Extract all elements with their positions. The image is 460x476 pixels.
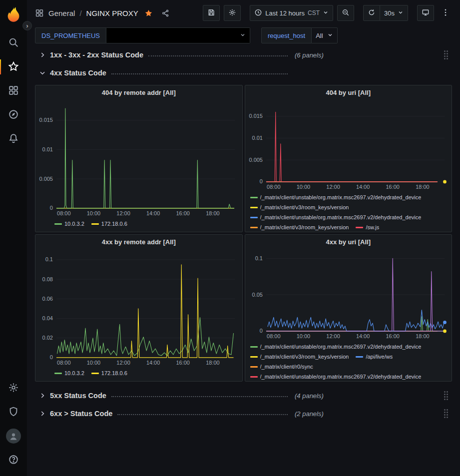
tv-mode-button[interactable] (417, 5, 434, 21)
sidebar-expand-button[interactable]: › (22, 21, 32, 30)
legend-swatch (250, 356, 258, 358)
legend-item[interactable]: 172.18.0.6 (91, 369, 127, 378)
row-drag-handle[interactable] (444, 409, 448, 418)
chevron-down-icon (323, 9, 329, 17)
legend-item[interactable]: /_matrix/client/v3/room_keys/version (250, 203, 349, 212)
page-title: NGINX PROXY (86, 9, 138, 17)
refresh-interval-label: 30s (384, 9, 395, 17)
legend-item[interactable]: /_matrix/client/v3/room_keys/version (250, 352, 349, 362)
panel-title[interactable]: 404 by remote addr [All] (35, 85, 242, 100)
svg-text:0.1: 0.1 (45, 256, 53, 262)
datasource-value-dropdown[interactable] (106, 27, 250, 43)
sidebar-item-profile[interactable] (0, 424, 27, 448)
row-dotted-leader (111, 396, 288, 397)
row-header-4xx[interactable]: 4xx Status Code (35, 66, 452, 80)
row-drag-handle[interactable] (444, 50, 448, 59)
sidebar (0, 0, 27, 476)
legend-swatch (356, 227, 363, 228)
avatar (6, 429, 21, 444)
sidebar-item-help[interactable] (0, 448, 27, 472)
svg-text:14:00: 14:00 (356, 333, 369, 339)
legend-label: /_matrix/client/unstable/org.matrix.msc2… (260, 213, 422, 222)
timezone-label: CST (308, 9, 320, 16)
time-range-picker[interactable]: Last 12 hours CST (250, 5, 333, 21)
save-dashboard-button[interactable] (203, 5, 220, 21)
timeseries-chart[interactable]: 00.050.108:0010:0012:0014:0016:0018:00 (245, 250, 452, 341)
refresh-interval-dropdown[interactable]: 30s (380, 5, 408, 21)
timeseries-chart[interactable]: 00.0050.010.01508:0010:0012:0014:0016:00… (35, 100, 242, 218)
sidebar-item-search[interactable] (0, 31, 27, 55)
legend-swatch (250, 346, 258, 348)
dashboards-grid-icon (8, 85, 19, 97)
legend-swatch (250, 217, 258, 218)
legend-label: /_matrix/client/unstable/org.matrix.msc2… (260, 342, 422, 352)
sidebar-item-starred[interactable] (0, 55, 27, 79)
star-icon (8, 61, 19, 73)
row-drag-handle[interactable] (444, 391, 448, 400)
svg-text:08:00: 08:00 (57, 210, 70, 216)
svg-text:18:00: 18:00 (206, 360, 219, 366)
legend-item[interactable]: /_matrix/client/v3/room_keys/version (250, 223, 349, 232)
row-dotted-leader (148, 55, 288, 56)
chevron-right-icon (39, 392, 48, 399)
sidebar-item-settings[interactable] (0, 376, 27, 400)
bell-icon (8, 133, 19, 145)
panel-grid: 404 by remote addr [All] 00.0050.010.015… (35, 85, 452, 382)
legend-label: /_matrix/client/v3/room_keys/version (260, 223, 349, 232)
share-button[interactable] (159, 6, 172, 19)
more-options-button[interactable] (439, 5, 452, 21)
legend-swatch (250, 227, 258, 228)
row-title: 5xx Status Code (50, 392, 106, 400)
row-header-1xx[interactable]: 1xx - 3xx - 2xx Status Code (6 panels) (35, 48, 452, 62)
sidebar-item-explore[interactable] (0, 103, 27, 127)
refresh-button[interactable] (363, 5, 380, 21)
chevron-right-icon (39, 51, 48, 58)
sidebar-item-alerting[interactable] (0, 127, 27, 151)
legend-item[interactable]: /_matrix/client/unstable/org.matrix.msc2… (250, 193, 422, 202)
legend-item[interactable]: /_matrix/client/unstable/org.matrix.msc2… (250, 213, 422, 222)
chevron-down-icon (327, 32, 333, 39)
grafana-logo[interactable] (4, 5, 23, 24)
variable-request-host: request_host All (261, 27, 338, 43)
legend-item[interactable]: /api/live/ws (356, 352, 393, 362)
dashboard-grid-icon (35, 8, 44, 17)
row-header-5xx[interactable]: 5xx Status Code (4 panels) (35, 389, 452, 403)
refresh-icon (368, 8, 376, 18)
legend-item[interactable]: /_matrix/client/unstable/org.matrix.msc2… (250, 342, 422, 352)
favorite-star-button[interactable] (142, 6, 155, 19)
breadcrumb-separator: / (79, 9, 81, 17)
legend-item[interactable]: /_matrix/client/unstable/org.matrix.msc2… (250, 372, 422, 381)
chevron-down-icon (398, 9, 404, 17)
panel-title[interactable]: 404 by uri [All] (245, 85, 452, 100)
sidebar-item-dashboards[interactable] (0, 79, 27, 103)
panel-title[interactable]: 4xx by uri [All] (245, 235, 452, 250)
legend-swatch (91, 373, 99, 374)
panel-title[interactable]: 4xx by remote addr [All] (35, 235, 242, 250)
svg-text:12:00: 12:00 (116, 210, 130, 216)
dashboard-settings-button[interactable] (224, 5, 241, 21)
svg-text:0: 0 (50, 205, 53, 211)
legend-item[interactable]: 10.0.3.2 (54, 369, 84, 378)
timeseries-chart[interactable]: 00.0050.010.01508:0010:0012:0014:0016:00… (245, 100, 452, 192)
time-range-label: Last 12 hours (265, 9, 305, 17)
legend-swatch (54, 223, 62, 225)
legend-item[interactable]: 10.0.3.2 (54, 219, 84, 229)
legend-swatch (250, 366, 258, 368)
chart-legend: 10.0.3.2172.18.0.6 (35, 218, 242, 232)
sidebar-item-server-admin[interactable] (0, 400, 27, 424)
search-icon (8, 37, 19, 49)
svg-text:0.005: 0.005 (39, 176, 53, 182)
row-header-6xx[interactable]: 6xx > Status Code (2 panels) (35, 407, 452, 421)
gear-icon (228, 8, 236, 18)
breadcrumb-folder[interactable]: General (48, 9, 75, 17)
svg-text:08:00: 08:00 (57, 360, 70, 366)
panel-4xx-by-uri: 4xx by uri [All] 00.050.108:0010:0012:00… (245, 234, 453, 382)
zoom-out-button[interactable] (337, 5, 354, 21)
legend-item[interactable]: 172.18.0.6 (91, 219, 127, 229)
row-panel-count: (4 panels) (295, 392, 324, 400)
legend-item[interactable]: /_matrix/client/r0/sync (250, 362, 313, 372)
compass-icon (8, 109, 19, 121)
legend-item[interactable]: /sw.js (356, 223, 379, 232)
request-host-value-dropdown[interactable]: All (312, 27, 337, 43)
timeseries-chart[interactable]: 00.020.040.060.080.108:0010:0012:0014:00… (35, 250, 242, 368)
